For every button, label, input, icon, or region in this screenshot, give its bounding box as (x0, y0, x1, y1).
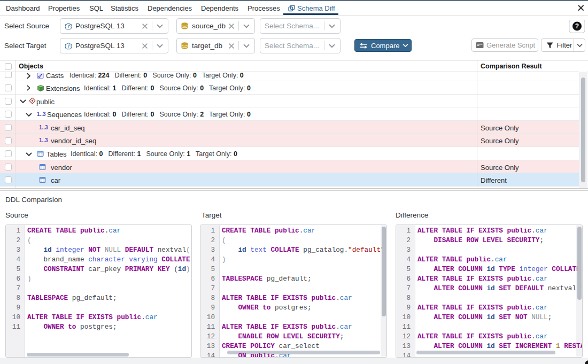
svg-text:?: ? (575, 22, 579, 30)
